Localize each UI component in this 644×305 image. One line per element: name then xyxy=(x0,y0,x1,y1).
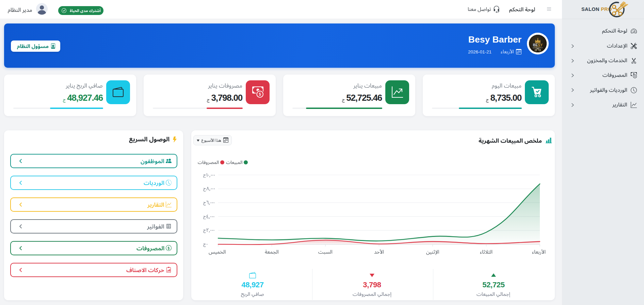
svg-text:BESY: BESY xyxy=(533,43,543,47)
